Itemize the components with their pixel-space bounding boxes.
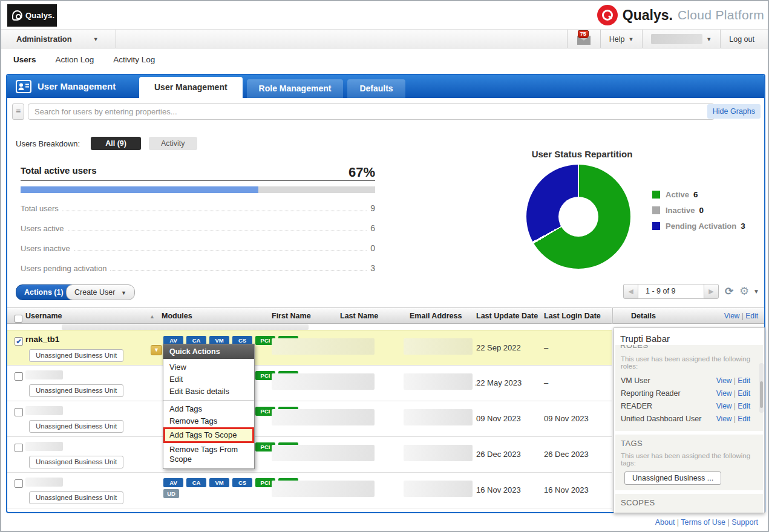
leader-line xyxy=(68,231,367,231)
section-tabs: Users Action Log Activity Log xyxy=(1,49,768,70)
table-row[interactable]: Unassigned Business Unit AV CA VM CS PCI… xyxy=(7,401,612,437)
terms-link[interactable]: Terms of Use xyxy=(681,518,725,527)
col-first-name[interactable]: First Name xyxy=(272,312,311,320)
footer-links: About | Terms of Use | Support xyxy=(655,518,758,527)
link-separator: | xyxy=(734,376,736,385)
stat-label: Users active xyxy=(21,224,64,233)
module-badge: CS xyxy=(232,478,252,487)
menu-bar: Administration ▼ 75 Help ▼ ▼ Log out xyxy=(1,29,768,48)
pagination-text: 1 - 9 of 9 xyxy=(638,284,704,299)
col-last-login[interactable]: Last Login Date xyxy=(544,312,601,320)
logout-button[interactable]: Log out xyxy=(720,30,763,48)
about-link[interactable]: About xyxy=(655,518,675,527)
row-checkbox[interactable] xyxy=(15,479,23,488)
qualys-q-icon xyxy=(597,5,618,25)
table-row[interactable]: Unassigned Business Unit AV CA VM CS PCI… xyxy=(7,366,612,401)
menu-item-remove-tags-from-scope[interactable]: Remove Tags From Scope xyxy=(163,444,254,465)
role-view-link[interactable]: View xyxy=(716,415,732,423)
details-scrollbar[interactable] xyxy=(759,363,764,413)
row-checkbox[interactable] xyxy=(15,372,23,381)
roles-section: This user has been assigned the followin… xyxy=(615,351,763,431)
filter-all-button[interactable]: All (9) xyxy=(91,137,141,150)
user-menu[interactable]: ▼ xyxy=(642,30,720,48)
menu-item-remove-tags[interactable]: Remove Tags xyxy=(163,415,254,427)
last-update-cell: 22 May 2023 xyxy=(476,378,522,387)
role-row: Unified Dashboard User View | Edit xyxy=(621,413,758,425)
envelope-icon: 75 xyxy=(576,33,592,45)
menu-item-edit[interactable]: Edit xyxy=(163,373,254,386)
row-checkbox[interactable] xyxy=(15,444,23,452)
col-username[interactable]: Username xyxy=(25,312,62,320)
table-row[interactable]: Unassigned Business Unit AV CA VM CS PCI… xyxy=(7,473,612,508)
search-input[interactable] xyxy=(28,103,715,120)
menu-item-edit-basic-details[interactable]: Edit Basic details xyxy=(163,386,254,398)
user-table-body: ✔ rnak_tb1 Unassigned Business Unit AV C… xyxy=(7,330,612,508)
business-unit-chip: Unassigned Business Unit xyxy=(29,456,123,468)
col-last-name[interactable]: Last Name xyxy=(340,312,378,320)
business-unit-chip: Unassigned Business Unit xyxy=(29,349,123,362)
email-redacted xyxy=(404,481,473,497)
support-link[interactable]: Support xyxy=(731,518,758,527)
username-cell[interactable]: rnak_tb1 xyxy=(25,335,59,344)
hide-graphs-button[interactable]: Hide Graphs xyxy=(707,104,761,119)
tab-activity-log[interactable]: Activity Log xyxy=(113,55,155,64)
module-selector[interactable]: Administration ▼ xyxy=(1,30,116,48)
col-last-update[interactable]: Last Update Date xyxy=(476,312,538,320)
gear-icon[interactable]: ⚙ xyxy=(739,284,749,298)
col-email[interactable]: Email Address xyxy=(410,312,462,320)
scopes-title: SCOPES xyxy=(621,498,758,507)
table-header: Username ▲ Modules First Name Last Name … xyxy=(7,307,612,324)
menu-item-view[interactable]: View xyxy=(163,361,254,373)
role-edit-link[interactable]: Edit xyxy=(738,402,750,410)
table-row[interactable]: ✔ rnak_tb1 Unassigned Business Unit AV C… xyxy=(7,330,612,366)
pagination: ◀ 1 - 9 of 9 ▶ xyxy=(623,284,719,299)
legend-value: 3 xyxy=(741,222,745,231)
details-view-link[interactable]: View xyxy=(724,312,740,320)
scopes-description: This user has been assigned the followin… xyxy=(621,511,758,513)
top-bar: Qualys. Qualys. Cloud Platform xyxy=(1,1,768,29)
module-badge: VM xyxy=(209,478,229,487)
tab-defaults[interactable]: Defaults xyxy=(347,79,405,98)
help-menu[interactable]: Help ▼ xyxy=(600,30,643,48)
role-edit-link[interactable]: Edit xyxy=(738,389,750,398)
notifications-button[interactable]: 75 xyxy=(567,30,600,48)
leader-line xyxy=(110,271,367,271)
row-checkbox[interactable] xyxy=(15,408,23,416)
stat-value: 6 xyxy=(370,223,375,233)
qualys-pin-icon xyxy=(12,10,22,21)
role-view-link[interactable]: View xyxy=(716,389,732,398)
role-view-link[interactable]: View xyxy=(716,376,732,385)
col-modules[interactable]: Modules xyxy=(162,312,192,320)
tags-title: TAGS xyxy=(621,439,758,448)
details-edit-link[interactable]: Edit xyxy=(745,312,758,320)
legend-value: 6 xyxy=(693,190,698,199)
table-row[interactable]: Unassigned Business Unit AV CA VM CS PCI… xyxy=(7,437,612,473)
tab-role-management[interactable]: Role Management xyxy=(247,79,344,98)
list-icon[interactable]: ≡ xyxy=(12,103,24,120)
menu-item-add-tags[interactable]: Add Tags xyxy=(163,403,254,415)
legend-item: Pending Activation 3 xyxy=(652,222,745,231)
role-name: READER xyxy=(621,400,652,413)
next-page-button[interactable]: ▶ xyxy=(704,284,719,299)
sort-asc-icon[interactable]: ▲ xyxy=(149,314,155,320)
quick-actions-arrow-button[interactable]: ▼ xyxy=(151,345,162,355)
role-edit-link[interactable]: Edit xyxy=(738,376,750,385)
role-view-link[interactable]: View xyxy=(716,402,732,410)
row-checkbox-checked[interactable]: ✔ xyxy=(15,337,23,346)
logout-label: Log out xyxy=(729,35,754,44)
leader-line xyxy=(62,211,367,211)
role-edit-link[interactable]: Edit xyxy=(738,415,750,423)
prev-page-button[interactable]: ◀ xyxy=(623,284,638,299)
menu-item-add-tags-to-scope[interactable]: Add Tags To Scope xyxy=(163,427,254,443)
tab-action-log[interactable]: Action Log xyxy=(56,55,94,64)
chevron-down-icon[interactable]: ▼ xyxy=(753,288,759,295)
last-update-cell: 22 Sep 2022 xyxy=(476,343,521,352)
link-separator: | xyxy=(734,415,736,423)
refresh-icon[interactable]: ⟳ xyxy=(725,285,733,298)
filter-activity-button[interactable]: Activity xyxy=(149,137,197,150)
tab-user-management[interactable]: User Management xyxy=(139,77,243,98)
create-user-button[interactable]: Create User ▼ xyxy=(66,284,135,300)
tab-users[interactable]: Users xyxy=(13,55,36,64)
qualys-logo: Qualys. xyxy=(7,4,57,27)
tags-description: This user has been assigned the followin… xyxy=(621,452,758,467)
